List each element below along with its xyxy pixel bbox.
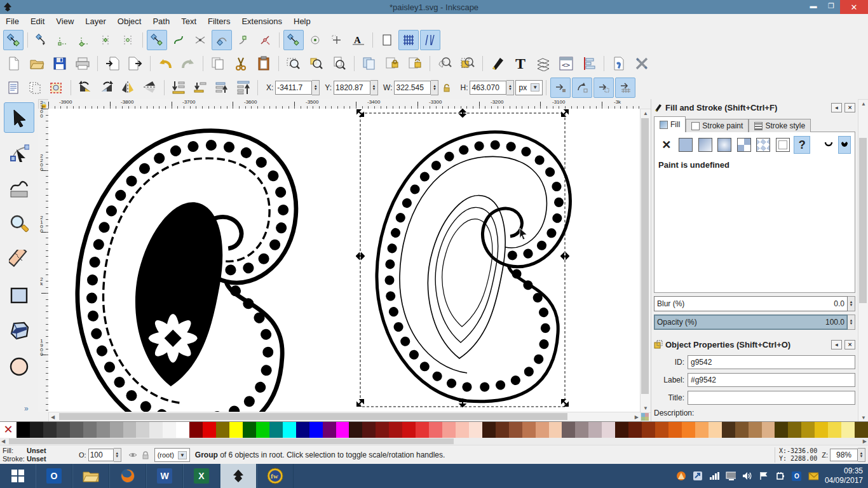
palette-swatch[interactable] [509, 422, 522, 438]
palette-swatch[interactable] [788, 422, 801, 438]
palette-swatch[interactable] [402, 422, 416, 438]
paint-linear-gradient-button[interactable] [697, 136, 713, 154]
palette-swatch[interactable] [309, 422, 323, 438]
palette-swatch[interactable] [43, 422, 57, 438]
tab-stroke-style[interactable]: Stroke style [749, 119, 811, 132]
taskbar-word[interactable]: W [146, 464, 183, 488]
palette-swatch[interactable] [296, 422, 309, 438]
scale-handle-se[interactable] [560, 398, 570, 408]
fill-rule-nonzero-button[interactable] [838, 136, 851, 154]
palette-swatch[interactable] [588, 422, 602, 438]
panel-close-button[interactable]: ✕ [844, 103, 855, 112]
selector-tool[interactable] [4, 102, 34, 133]
affect-pattern-toggle[interactable] [615, 78, 635, 98]
palette-swatch[interactable] [189, 422, 203, 438]
width-spinner[interactable]: ▲▼ [431, 80, 438, 95]
menu-item[interactable]: Extensions [236, 15, 288, 27]
palette-swatch[interactable] [243, 422, 256, 438]
menu-item[interactable]: Filters [202, 15, 236, 27]
snap-guides-button[interactable] [420, 30, 440, 50]
rotate-ccw-button[interactable] [75, 78, 95, 98]
units-dropdown[interactable]: px▼ [515, 80, 543, 95]
width-field[interactable]: 322.545 [394, 81, 431, 95]
layer-dropdown[interactable]: (root)▼ [154, 448, 190, 462]
fill-stroke-indicator[interactable]: Fill:Unset Stroke:Unset [3, 447, 72, 463]
palette-swatch[interactable] [349, 422, 362, 438]
palette-swatch[interactable] [855, 422, 868, 438]
antivirus-tray-icon[interactable] [676, 471, 686, 481]
scale-handle-nw[interactable] [355, 109, 365, 118]
title-field[interactable] [688, 391, 855, 405]
outlook-tray-icon[interactable]: O [792, 471, 802, 481]
menu-item[interactable]: Path [147, 15, 175, 27]
export-button[interactable] [125, 53, 146, 74]
deselect-button[interactable] [46, 78, 67, 98]
palette-swatch[interactable] [323, 422, 336, 438]
snap-nodes-button[interactable] [147, 30, 167, 50]
palette-swatch[interactable] [562, 422, 575, 438]
raise-to-top-button[interactable] [233, 78, 254, 98]
palette-swatch[interactable] [376, 422, 389, 438]
snap-others-button[interactable] [283, 30, 304, 50]
opacity-slider[interactable]: Opacity (%)100.0 [654, 315, 848, 330]
scale-handle-ne[interactable] [560, 109, 570, 118]
palette-swatch[interactable] [615, 422, 628, 438]
taskbar-clock[interactable]: 09:35 04/09/2017 [825, 466, 863, 485]
opacity-field-spinner[interactable]: ▲▼ [114, 448, 121, 462]
snap-paths-button[interactable] [168, 30, 189, 50]
snap-bbox-button[interactable] [32, 30, 52, 50]
palette-scrollbar-thumb[interactable] [9, 438, 454, 444]
palette-scrollbar[interactable]: ◀ ▶ [0, 438, 868, 445]
fill-stroke-dialog-button[interactable] [487, 53, 508, 74]
cut-button[interactable] [230, 53, 252, 74]
palette-swatch[interactable] [336, 422, 349, 438]
palette-swatch[interactable] [469, 422, 482, 438]
palette-swatch[interactable] [123, 422, 137, 438]
start-button[interactable] [0, 464, 36, 488]
snap-bbox-corners-button[interactable] [75, 30, 95, 50]
power-tray-icon[interactable] [775, 471, 785, 481]
menu-item[interactable]: Help [288, 15, 316, 27]
print-button[interactable] [72, 53, 93, 74]
palette-swatch[interactable] [828, 422, 841, 438]
paint-flat-button[interactable] [677, 136, 693, 154]
menu-item[interactable]: File [0, 15, 25, 27]
select-all-layers-button[interactable] [25, 78, 45, 98]
snap-bbox-edges-button[interactable] [53, 30, 74, 50]
palette-swatch[interactable] [668, 422, 682, 438]
layer-lock-icon[interactable] [142, 451, 149, 459]
snap-text-baseline-button[interactable]: A [348, 30, 369, 50]
palette-swatch[interactable] [216, 422, 229, 438]
canvas[interactable] [48, 109, 640, 412]
lower-button[interactable] [190, 78, 210, 98]
scale-handle-e[interactable] [560, 251, 570, 261]
tweak-tool[interactable] [4, 173, 34, 204]
preferences-button[interactable] [608, 53, 630, 74]
palette-swatch[interactable] [536, 422, 549, 438]
opacity-spinner[interactable]: ▲▼ [848, 315, 855, 330]
palette-swatch[interactable] [389, 422, 402, 438]
paint-pattern-button[interactable] [736, 136, 752, 154]
lower-to-bottom-button[interactable] [168, 78, 189, 98]
scale-handle-s[interactable] [458, 398, 468, 408]
box3d-tool[interactable] [4, 316, 34, 346]
tab-fill[interactable]: Fill [654, 116, 686, 132]
palette-swatch[interactable] [642, 422, 655, 438]
menu-item[interactable]: Edit [25, 15, 50, 27]
new-document-button[interactable] [3, 53, 25, 74]
snap-bbox-edge-midpoints-button[interactable] [97, 30, 117, 50]
opacity-field[interactable]: 100 [88, 449, 114, 461]
vertical-scrollbar-thumb[interactable] [641, 118, 649, 394]
layers-dialog-button[interactable] [532, 53, 554, 74]
create-clone-button[interactable] [381, 53, 403, 74]
affect-move-toggle[interactable] [550, 78, 571, 98]
palette-swatch[interactable] [841, 422, 855, 438]
snap-object-centers-button[interactable] [305, 30, 325, 50]
horizontal-ruler[interactable]: -3900-3800-3700-3600-3500-3400-3300-3200… [48, 99, 640, 109]
palette-swatch[interactable] [269, 422, 283, 438]
palette-swatch[interactable] [442, 422, 456, 438]
paint-unknown-button[interactable]: ? [794, 136, 810, 154]
palette-swatch[interactable] [815, 422, 828, 438]
duplicate-button[interactable] [358, 53, 380, 74]
scale-handle-sw[interactable] [355, 398, 365, 408]
